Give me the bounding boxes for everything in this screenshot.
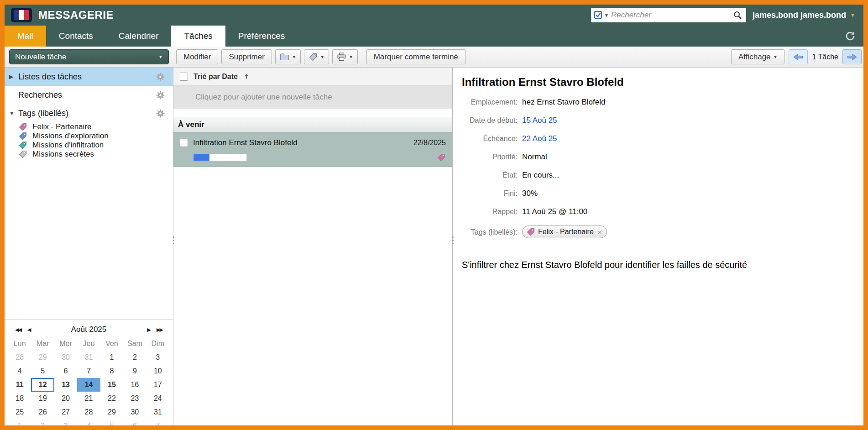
sidebar-tag-item[interactable]: Missions d'exploration [5, 131, 173, 141]
calendar-day[interactable]: 18 [8, 392, 31, 405]
refresh-button[interactable] [844, 26, 863, 47]
calendar-day[interactable]: 14 [77, 378, 100, 392]
calendar-day[interactable]: 19 [31, 392, 54, 405]
view-button[interactable]: Affichage ▼ [731, 49, 785, 64]
tab-taches[interactable]: Tâches [171, 26, 225, 47]
expand-right-icon[interactable]: ▶ [9, 73, 18, 80]
calendar-day[interactable]: 26 [31, 405, 54, 419]
calendar-day[interactable]: 28 [8, 351, 31, 364]
calendar-day[interactable]: 13 [54, 378, 77, 392]
sidebar-item-searches[interactable]: Recherches [5, 86, 173, 104]
gear-icon[interactable] [156, 91, 165, 100]
sidebar-tag-item[interactable]: Missions d'infiltration [5, 141, 173, 150]
search-button[interactable] [732, 10, 743, 20]
calendar-day[interactable]: 2 [31, 419, 54, 425]
calendar-prev-month-button[interactable]: ◀ [24, 327, 33, 333]
select-all-checkbox[interactable] [180, 73, 188, 81]
calendar-prev-year-button[interactable]: ◀◀ [12, 327, 24, 333]
calendar-day[interactable]: 30 [54, 351, 77, 364]
tag-icon [18, 150, 27, 159]
mark-done-button[interactable]: Marquer comme terminé [366, 49, 465, 64]
tag-button[interactable]: ▼ [304, 49, 329, 64]
calendar-day[interactable]: 9 [123, 364, 146, 378]
calendar-day[interactable]: 8 [100, 364, 123, 378]
calendar-day[interactable]: 6 [54, 364, 77, 378]
sidebar-item-tags[interactable]: ▼ Tags (libellés) [5, 104, 173, 122]
calendar-day[interactable]: 22 [100, 392, 123, 405]
search-input[interactable] [611, 10, 729, 20]
gear-icon[interactable] [156, 109, 165, 118]
task-list-header: Trié par Date [173, 68, 452, 86]
tab-preferences[interactable]: Préférences [225, 26, 298, 47]
move-button[interactable]: ▼ [275, 49, 301, 64]
calendar-day[interactable]: 7 [77, 364, 100, 378]
calendar-day[interactable]: 17 [146, 378, 169, 392]
calendar-day[interactable]: 29 [100, 405, 123, 419]
calendar-next-month-button[interactable]: ▶ [144, 327, 153, 333]
chevron-down-icon: ▼ [349, 55, 353, 59]
calendar-day[interactable]: 4 [8, 364, 31, 378]
remove-tag-icon[interactable]: × [598, 228, 602, 236]
sidebar-item-task-lists[interactable]: ▶ Listes des tâches [5, 68, 173, 86]
calendar-day[interactable]: 4 [77, 419, 100, 425]
calendar-day[interactable]: 25 [8, 405, 31, 419]
calendar-day[interactable]: 10 [146, 364, 169, 378]
task-row[interactable]: Infiltration Ernst Stavro Blofeld22/8/20… [173, 132, 452, 167]
calendar-day[interactable]: 16 [123, 378, 146, 392]
calendar-day[interactable]: 1 [100, 351, 123, 364]
calendar-day-header: Mer [54, 337, 77, 351]
calendar-day[interactable]: 11 [8, 378, 31, 392]
tab-contacts[interactable]: Contacts [46, 26, 106, 47]
sidebar-tag-item[interactable]: Felix - Partenaire [5, 122, 173, 131]
arrow-left-icon [793, 52, 804, 62]
expand-down-icon[interactable]: ▼ [9, 110, 18, 116]
checked-checkbox-icon [594, 11, 602, 19]
search-scope-selector[interactable]: ▼ [594, 11, 609, 19]
calendar-day[interactable]: 5 [31, 364, 54, 378]
calendar-header: ◀◀ ◀ Août 2025 ▶ ▶▶ [8, 322, 169, 337]
tab-calendrier[interactable]: Calendrier [106, 26, 172, 47]
new-task-button[interactable]: Nouvelle tâche ▼ [9, 49, 169, 64]
sidebar-tag-item[interactable]: Missions secrètes [5, 150, 173, 159]
field-value[interactable]: 15 Aoû 25 [522, 111, 850, 130]
calendar-day[interactable]: 31 [146, 405, 169, 419]
splitter-right[interactable] [451, 236, 455, 245]
calendar-day[interactable]: 30 [123, 405, 146, 419]
detail-tag-pill[interactable]: Felix - Partenaire× [522, 225, 607, 238]
calendar-day[interactable]: 23 [123, 392, 146, 405]
calendar-day[interactable]: 31 [77, 351, 100, 364]
calendar-day[interactable]: 15 [100, 378, 123, 392]
print-button[interactable]: ▼ [332, 49, 358, 64]
field-value[interactable]: 22 Aoû 25 [522, 130, 850, 148]
calendar-day[interactable]: 27 [54, 405, 77, 419]
delete-button[interactable]: Supprimer [221, 49, 272, 64]
add-task-row[interactable]: Cliquez pour ajouter une nouvelle tâche [173, 86, 452, 109]
task-checkbox[interactable] [180, 139, 188, 147]
next-page-button[interactable] [842, 49, 862, 64]
calendar-day[interactable]: 3 [146, 351, 169, 364]
chevron-down-icon: ▼ [320, 55, 324, 59]
calendar-day[interactable]: 3 [54, 419, 77, 425]
calendar-next-year-button[interactable]: ▶▶ [153, 327, 166, 333]
calendar-day[interactable]: 2 [123, 351, 146, 364]
gear-icon[interactable] [156, 73, 165, 81]
calendar-day[interactable]: 5 [100, 419, 123, 425]
calendar-day-header: Sam [123, 337, 146, 351]
prev-page-button[interactable] [789, 49, 808, 64]
user-menu[interactable]: james.bond james.bond ▼ [753, 10, 855, 20]
calendar-day[interactable]: 6 [123, 419, 146, 425]
calendar-day[interactable]: 12 [31, 378, 54, 392]
printer-icon [337, 52, 346, 61]
tab-mail[interactable]: Mail [5, 26, 46, 47]
calendar-day[interactable]: 24 [146, 392, 169, 405]
sort-by-date-label[interactable]: Trié par Date [193, 73, 238, 81]
calendar-day[interactable]: 28 [77, 405, 100, 419]
calendar-day[interactable]: 1 [8, 419, 31, 425]
splitter-left[interactable] [172, 236, 176, 245]
arrow-right-icon [847, 52, 858, 62]
calendar-day[interactable]: 7 [146, 419, 169, 425]
edit-button[interactable]: Modifier [176, 49, 218, 64]
calendar-day[interactable]: 29 [31, 351, 54, 364]
calendar-day[interactable]: 20 [54, 392, 77, 405]
calendar-day[interactable]: 21 [77, 392, 100, 405]
